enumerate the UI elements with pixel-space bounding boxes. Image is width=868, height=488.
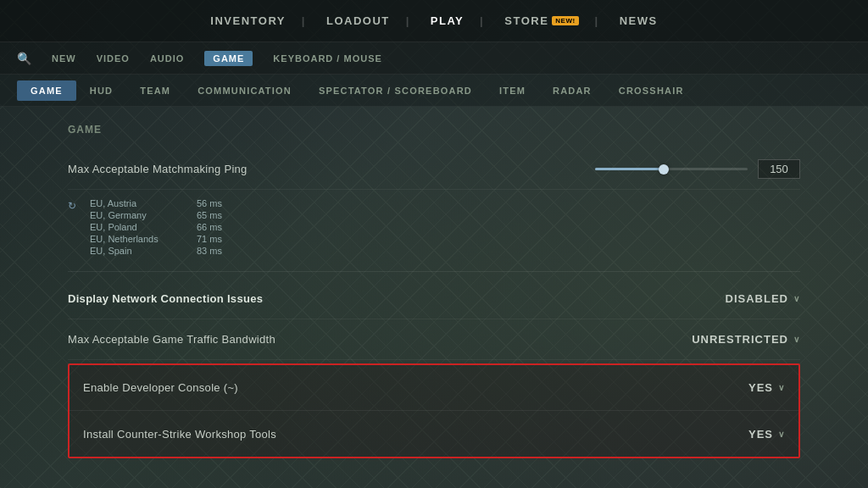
app-content: INVENTORY LOADOUT PLAY STORE NEW! NEWS 🔍… — [0, 0, 868, 488]
subtab-communication[interactable]: COMMUNICATION — [184, 80, 305, 101]
highlighted-section: Enable Developer Console (~) YES ∨ Insta… — [68, 363, 800, 458]
setting-row-network: Display Network Connection Issues DISABL… — [68, 279, 800, 319]
ping-entry-poland: EU, Poland 66 ms — [90, 222, 222, 232]
ping-right: 150 — [595, 159, 800, 179]
bandwidth-chevron-icon: ∨ — [793, 335, 800, 344]
search-icon[interactable]: 🔍 — [17, 52, 31, 65]
ping-slider-track[interactable] — [595, 168, 748, 170]
ping-region-germany: EU, Germany — [90, 210, 183, 220]
setting-row-bandwidth: Max Acceptable Game Traffic Bandwidth UN… — [68, 319, 800, 360]
ping-value-spain: 83 ms — [197, 246, 222, 256]
ping-value-austria: 56 ms — [197, 198, 222, 208]
workshop-tools-chevron-icon: ∨ — [778, 430, 785, 439]
settings-bar: 🔍 NEW VIDEO AUDIO GAME KEYBOARD / MOUSE — [0, 42, 868, 75]
ping-region-poland: EU, Poland — [90, 222, 183, 232]
ping-value-poland: 66 ms — [197, 222, 222, 232]
ping-region-spain: EU, Spain — [90, 246, 183, 256]
developer-console-chevron-icon: ∨ — [778, 383, 785, 392]
tab-video[interactable]: VIDEO — [97, 52, 130, 65]
top-nav: INVENTORY LOADOUT PLAY STORE NEW! NEWS — [0, 0, 868, 42]
ping-entry-spain: EU, Spain 83 ms — [90, 246, 222, 256]
ping-table: EU, Austria 56 ms EU, Germany 65 ms EU, … — [90, 198, 222, 256]
subtab-item[interactable]: ITEM — [486, 80, 539, 101]
setting-row-workshop-tools: Install Counter-Strike Workshop Tools YE… — [70, 411, 798, 457]
setting-row-ping: Max Acceptable Matchmaking Ping 150 — [68, 149, 800, 190]
bandwidth-dropdown[interactable]: UNRESTRICTED ∨ — [692, 333, 800, 346]
subtab-crosshair[interactable]: CROSSHAIR — [605, 80, 698, 101]
nav-item-loadout[interactable]: LOADOUT — [306, 0, 410, 42]
tab-new[interactable]: NEW — [52, 52, 76, 65]
ping-label: Max Acceptable Matchmaking Ping — [68, 163, 248, 175]
ping-entry-germany: EU, Germany 65 ms — [90, 210, 222, 220]
ping-region-netherlands: EU, Netherlands — [90, 234, 183, 244]
ping-entry-netherlands: EU, Netherlands 71 ms — [90, 234, 222, 244]
setting-row-developer-console: Enable Developer Console (~) YES ∨ — [70, 365, 798, 411]
ping-value-germany: 65 ms — [197, 210, 222, 220]
developer-console-label: Enable Developer Console (~) — [83, 381, 238, 394]
nav-item-play[interactable]: PLAY — [410, 0, 484, 42]
workshop-tools-dropdown[interactable]: YES ∨ — [748, 428, 785, 441]
tab-audio[interactable]: AUDIO — [150, 52, 184, 65]
tab-keyboard-mouse[interactable]: KEYBOARD / MOUSE — [273, 52, 381, 65]
ping-region-section: ↻ EU, Austria 56 ms EU, Germany 65 ms EU… — [68, 190, 800, 264]
subtab-radar[interactable]: RADAR — [539, 80, 605, 101]
ping-slider-container[interactable] — [595, 168, 748, 170]
nav-item-store[interactable]: STORE NEW! — [484, 0, 598, 42]
ping-slider-fill — [595, 168, 664, 170]
ping-slider-thumb[interactable] — [659, 164, 669, 175]
ping-region-austria: EU, Austria — [90, 198, 183, 208]
sub-tabs: GAME HUD TEAM COMMUNICATION SPECTATOR / … — [0, 75, 868, 107]
store-new-badge: NEW! — [552, 16, 578, 25]
refresh-icon[interactable]: ↻ — [68, 200, 76, 212]
settings-main: Game Max Acceptable Matchmaking Ping 150… — [0, 107, 868, 488]
subtab-team[interactable]: TEAM — [126, 80, 184, 101]
section-title-game: Game — [68, 124, 800, 136]
developer-console-dropdown[interactable]: YES ∨ — [748, 381, 785, 394]
nav-item-inventory[interactable]: INVENTORY — [190, 0, 306, 42]
bandwidth-label: Max Acceptable Game Traffic Bandwidth — [68, 333, 275, 346]
subtab-game[interactable]: GAME — [17, 80, 76, 101]
ping-slider-value: 150 — [758, 159, 800, 179]
ping-value-netherlands: 71 ms — [197, 234, 222, 244]
network-chevron-icon: ∨ — [793, 294, 800, 303]
tab-game[interactable]: GAME — [204, 51, 253, 66]
subtab-spectator[interactable]: SPECTATOR / SCOREBOARD — [305, 80, 486, 101]
subtab-hud[interactable]: HUD — [76, 80, 126, 101]
nav-item-news[interactable]: NEWS — [599, 0, 678, 42]
network-label: Display Network Connection Issues — [68, 292, 263, 305]
ping-entry-austria: EU, Austria 56 ms — [90, 198, 222, 208]
workshop-tools-label: Install Counter-Strike Workshop Tools — [83, 428, 276, 441]
network-dropdown[interactable]: DISABLED ∨ — [726, 292, 800, 305]
